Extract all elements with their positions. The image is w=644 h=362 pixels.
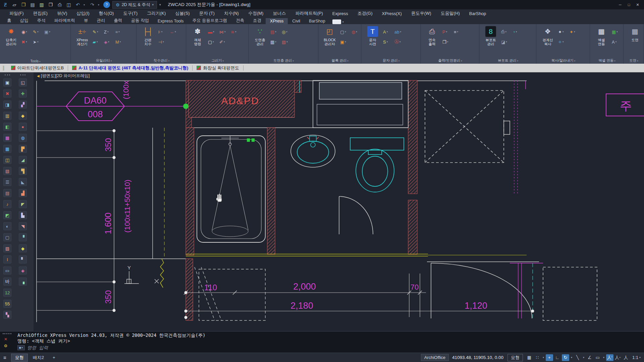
ribbon-small-button-0-0[interactable]: ◉▾ — [21, 27, 32, 36]
ribbon-small-button-3-0[interactable]: ▬▾ — [208, 27, 218, 36]
tabbar-grip[interactable]: ║ — [2, 66, 5, 70]
tool-icon-1-15[interactable]: ▨ — [3, 244, 11, 252]
osnap-toggle[interactable]: ╲ — [574, 354, 581, 361]
ribbon-small-button-4-0[interactable]: ▤▾ — [270, 27, 280, 36]
tool-icon-2-11[interactable]: ◤ — [19, 200, 27, 208]
toolbar-grip[interactable] — [20, 74, 25, 76]
grip-point[interactable] — [183, 104, 189, 109]
ribbon-big-button-4[interactable]: ∵도면층관리 — [251, 26, 269, 56]
tool-icon-1-1[interactable]: ✖ — [3, 89, 11, 98]
save-as-icon[interactable]: ▥ — [38, 1, 45, 8]
tool-icon-1-10[interactable]: ▤ — [3, 189, 11, 197]
close-command-panel-icon[interactable]: ✕ — [3, 336, 9, 342]
ribbon-small-button-0-1[interactable]: ✖▾ — [21, 38, 32, 46]
menu-item-3[interactable]: 삽입(I) — [72, 9, 94, 17]
tool-icon-1-7[interactable]: ◫ — [3, 156, 11, 164]
ribbon-big-button-11[interactable]: ▦도면 — [626, 26, 644, 56]
tool-icon-2-17[interactable]: ◈ — [19, 266, 27, 275]
ribbon-big-button-7[interactable]: ⎙연속출력 — [423, 26, 441, 56]
ribbon-small-button-4-2[interactable]: ◎▾ — [282, 27, 292, 36]
tool-icon-2-0[interactable]: ◱ — [19, 78, 27, 86]
undo-icon[interactable]: ↶ — [74, 1, 81, 8]
menu-item-4[interactable]: 형식(O) — [94, 9, 119, 17]
tool-icon-1-20[interactable]: 55 — [3, 300, 11, 308]
tool-icon-1-14[interactable]: ▢ — [3, 233, 11, 241]
annotation-scale-toggle[interactable]: 人 — [622, 354, 630, 361]
menu-item-1[interactable]: 편집(E) — [29, 9, 52, 17]
ribbon-small-button-8-1[interactable]: ◪▾ — [501, 38, 511, 46]
snap-toggle[interactable]: ∷ — [534, 354, 541, 361]
ribbon-small-button-10-0[interactable]: ▦▾ — [612, 27, 622, 36]
menu-item-11[interactable]: 보너스 — [268, 9, 290, 17]
tool-icon-2-12[interactable]: ▙ — [19, 211, 27, 219]
menu-item-18[interactable]: BarShop — [465, 10, 491, 17]
menu-item-12[interactable]: 파라메트릭(P) — [290, 9, 327, 17]
new-file-icon[interactable]: ▱ — [11, 1, 18, 8]
tool-icon-2-3[interactable]: ◆ — [19, 112, 27, 120]
menu-item-7[interactable]: 심볼(S) — [170, 9, 194, 17]
tool-icon-1-17[interactable]: ▭ — [3, 266, 11, 275]
command-panel-grip[interactable] — [3, 333, 11, 334]
menu-item-14[interactable]: 조경(G) — [353, 9, 377, 17]
ribbon-tab-6[interactable]: 출력 — [110, 17, 127, 24]
menu-item-10[interactable]: 수정(M) — [244, 9, 268, 17]
ribbon-small-button-2-0[interactable]: ⊦▾ — [158, 27, 168, 36]
archioffice-button[interactable]: ArchiOffice — [421, 354, 449, 361]
tool-icon-2-18[interactable]: ▗ — [19, 278, 27, 286]
ribbon-big-button-6[interactable]: T문자사전 — [364, 26, 381, 56]
command-input-row[interactable]: ▣▾ 명령 입력 — [17, 345, 644, 351]
menu-item-2[interactable]: 뷰(V) — [52, 9, 72, 17]
document-tab-0[interactable]: 아파트단위세대평면도B — [7, 64, 68, 72]
app-logo-icon[interactable]: Ƶ — [2, 1, 9, 8]
coordinates-display[interactable]: 41093.48, 11905.10, 0.00 — [452, 355, 503, 360]
ribbon-small-button-4-3[interactable]: ▧▾ — [282, 38, 292, 46]
ribbon-small-button-3-4[interactable]: ≋▾ — [231, 27, 241, 36]
command-settings-icon[interactable]: ⚙ — [3, 343, 9, 349]
document-tab-2[interactable]: 화장실 확대평면도 — [193, 64, 243, 72]
space-indicator[interactable]: 모형 — [507, 354, 523, 361]
ribbon-tab-0[interactable]: 홈 — [3, 17, 16, 24]
ribbon-small-button-0-2[interactable]: ✎▾ — [33, 27, 43, 36]
tool-icon-2-15[interactable]: ◆ — [19, 244, 27, 252]
tool-icon-1-6[interactable]: ▦ — [3, 145, 11, 153]
ribbon-small-button-1-3[interactable]: ◈▾ — [104, 38, 114, 46]
ribbon-tab-12[interactable]: XPress — [266, 18, 288, 24]
ribbon-big-button-9[interactable]: ❖경계선복사 — [539, 26, 556, 56]
ribbon-small-button-5-2[interactable]: ◍▾ — [352, 27, 362, 36]
ribbon-small-button-2-1[interactable]: ⊣▾ — [158, 38, 168, 46]
tool-icon-2-5[interactable]: ◍ — [19, 134, 27, 142]
menu-item-16[interactable]: 윈도우(W) — [407, 9, 436, 17]
ribbon-small-button-4-1[interactable]: ▥▾ — [270, 38, 280, 46]
tool-icon-1-2[interactable]: ◨ — [3, 101, 11, 109]
tool-icon-1-13[interactable]: ◐ — [3, 222, 11, 230]
document-tab-1[interactable]: A-11 단위세대 평면도 (46T 측세대형,일반형,측발코니형) — [68, 64, 192, 72]
menu-item-9[interactable]: 치수(N) — [219, 9, 244, 17]
ribbon-small-button-6-3[interactable]: Ⓐ▾ — [394, 38, 405, 46]
close-button[interactable]: ✕ — [633, 2, 642, 8]
copy-icon[interactable]: ❐ — [47, 1, 54, 8]
ribbon-small-button-9-1[interactable]: ✧▾ — [558, 38, 568, 46]
chevron-down-icon[interactable]: ▾ — [342, 20, 344, 23]
ribbon-tab-3[interactable]: 파라메트릭 — [50, 17, 80, 24]
polar-caret[interactable]: ▾ — [570, 354, 573, 361]
minimize-button[interactable]: ─ — [616, 2, 625, 8]
workspace-selector[interactable]: ⚙ 2D 제도 & 주석 ▾ — [112, 1, 157, 9]
menu-item-15[interactable]: XPress(X) — [377, 10, 407, 17]
ribbon-tab-8[interactable]: Express Tools — [153, 18, 188, 24]
ribbon-tab-5[interactable]: 관리 — [93, 17, 110, 24]
annotation-autoscale-toggle[interactable]: 人+ — [614, 354, 622, 361]
ribbon-small-button-6-0[interactable]: A▾ — [383, 27, 393, 36]
preview-icon[interactable]: ◫ — [65, 1, 72, 8]
osnap-caret[interactable]: ▾ — [582, 354, 585, 361]
ribbon-small-button-1-5[interactable]: M▾ — [115, 38, 125, 46]
ribbon-big-button-3[interactable]: ✽객체명령 — [189, 26, 206, 56]
tool-icon-2-14[interactable]: ▝ — [19, 233, 27, 241]
tool-icon-2-16[interactable]: ▘ — [19, 255, 27, 263]
ribbon-tab-7[interactable]: 공동 작업 — [127, 17, 153, 24]
menu-item-0[interactable]: 파일(F) — [5, 9, 29, 17]
ribbon-small-button-1-4[interactable]: ≈▾ — [115, 27, 125, 36]
redo-caret[interactable]: ▾ — [98, 3, 101, 6]
ribbon-small-button-8-2[interactable]: ◔▾ — [513, 27, 523, 36]
layout-tab[interactable]: 배치2 — [29, 354, 48, 361]
ribbon-tab-11[interactable]: 조경 — [249, 17, 266, 24]
